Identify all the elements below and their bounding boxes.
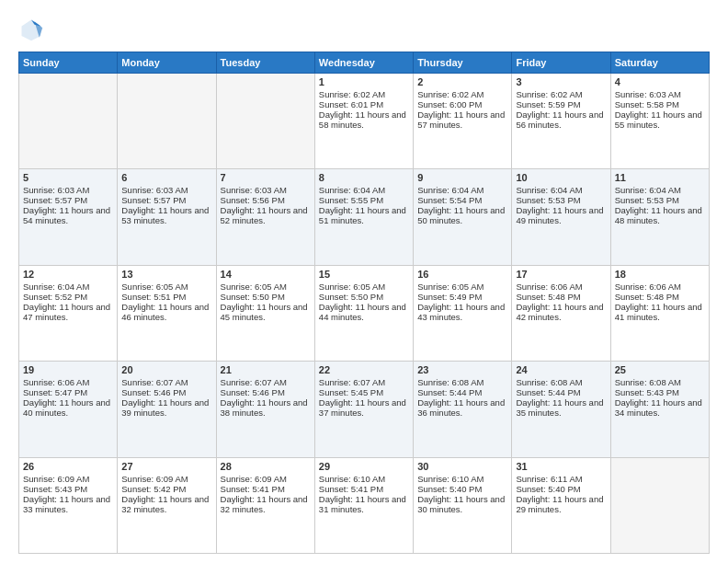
sunset-text: Sunset: 5:51 PM xyxy=(121,292,211,302)
sunrise-text: Sunrise: 6:04 AM xyxy=(615,185,705,195)
calendar-cell: 27Sunrise: 6:09 AMSunset: 5:42 PMDayligh… xyxy=(118,457,216,553)
daylight-text: Daylight: 11 hours and 57 minutes. xyxy=(417,109,507,130)
sunset-text: Sunset: 5:41 PM xyxy=(221,484,311,494)
calendar-header-tuesday: Tuesday xyxy=(216,52,314,74)
day-number: 16 xyxy=(417,269,507,280)
sunset-text: Sunset: 5:41 PM xyxy=(319,484,409,494)
day-number: 27 xyxy=(121,461,211,472)
calendar-week-4: 19Sunrise: 6:06 AMSunset: 5:47 PMDayligh… xyxy=(19,362,710,457)
calendar-cell xyxy=(610,457,709,553)
calendar-header-saturday: Saturday xyxy=(610,52,709,74)
daylight-text: Daylight: 11 hours and 47 minutes. xyxy=(23,302,113,322)
calendar-week-2: 5Sunrise: 6:03 AMSunset: 5:57 PMDaylight… xyxy=(19,169,710,265)
day-number: 19 xyxy=(23,364,113,375)
calendar-header-monday: Monday xyxy=(118,52,216,74)
daylight-text: Daylight: 11 hours and 44 minutes. xyxy=(319,302,409,322)
day-number: 6 xyxy=(121,172,211,183)
day-number: 29 xyxy=(319,461,409,472)
daylight-text: Daylight: 11 hours and 45 minutes. xyxy=(221,302,311,322)
calendar-cell: 31Sunrise: 6:11 AMSunset: 5:40 PMDayligh… xyxy=(512,457,610,553)
calendar-cell: 22Sunrise: 6:07 AMSunset: 5:45 PMDayligh… xyxy=(314,362,413,457)
calendar-cell: 5Sunrise: 6:03 AMSunset: 5:57 PMDaylight… xyxy=(19,169,118,265)
day-number: 14 xyxy=(221,269,311,280)
daylight-text: Daylight: 11 hours and 46 minutes. xyxy=(121,302,211,322)
calendar-header-sunday: Sunday xyxy=(19,52,118,74)
calendar-header-thursday: Thursday xyxy=(414,52,512,74)
day-number: 22 xyxy=(319,364,409,375)
sunrise-text: Sunrise: 6:08 AM xyxy=(417,377,507,387)
daylight-text: Daylight: 11 hours and 51 minutes. xyxy=(319,205,409,225)
calendar-cell: 29Sunrise: 6:10 AMSunset: 5:41 PMDayligh… xyxy=(314,457,413,553)
daylight-text: Daylight: 11 hours and 58 minutes. xyxy=(319,109,409,130)
sunset-text: Sunset: 5:40 PM xyxy=(516,484,606,494)
daylight-text: Daylight: 11 hours and 56 minutes. xyxy=(516,109,606,130)
sunset-text: Sunset: 5:59 PM xyxy=(516,99,606,109)
sunrise-text: Sunrise: 6:02 AM xyxy=(417,89,507,99)
sunrise-text: Sunrise: 6:04 AM xyxy=(516,185,606,195)
daylight-text: Daylight: 11 hours and 29 minutes. xyxy=(516,494,606,514)
sunset-text: Sunset: 5:50 PM xyxy=(221,292,311,302)
sunset-text: Sunset: 5:44 PM xyxy=(516,387,606,397)
sunset-text: Sunset: 5:52 PM xyxy=(23,292,113,302)
sunset-text: Sunset: 5:43 PM xyxy=(23,484,113,494)
day-number: 15 xyxy=(319,269,409,280)
daylight-text: Daylight: 11 hours and 32 minutes. xyxy=(121,494,211,514)
daylight-text: Daylight: 11 hours and 54 minutes. xyxy=(23,205,113,225)
calendar-cell: 12Sunrise: 6:04 AMSunset: 5:52 PMDayligh… xyxy=(19,265,118,361)
sunrise-text: Sunrise: 6:07 AM xyxy=(319,377,409,387)
calendar-cell: 14Sunrise: 6:05 AMSunset: 5:50 PMDayligh… xyxy=(216,265,314,361)
sunrise-text: Sunrise: 6:09 AM xyxy=(23,474,113,484)
calendar-cell: 8Sunrise: 6:04 AMSunset: 5:55 PMDaylight… xyxy=(314,169,413,265)
daylight-text: Daylight: 11 hours and 32 minutes. xyxy=(221,494,311,514)
day-number: 8 xyxy=(319,172,409,183)
calendar-cell: 7Sunrise: 6:03 AMSunset: 5:56 PMDaylight… xyxy=(216,169,314,265)
sunset-text: Sunset: 5:53 PM xyxy=(516,195,606,205)
calendar-cell: 25Sunrise: 6:08 AMSunset: 5:43 PMDayligh… xyxy=(610,362,709,457)
sunrise-text: Sunrise: 6:10 AM xyxy=(319,474,409,484)
sunrise-text: Sunrise: 6:04 AM xyxy=(23,282,113,292)
sunrise-text: Sunrise: 6:08 AM xyxy=(516,377,606,387)
calendar-cell: 24Sunrise: 6:08 AMSunset: 5:44 PMDayligh… xyxy=(512,362,610,457)
calendar-cell: 23Sunrise: 6:08 AMSunset: 5:44 PMDayligh… xyxy=(414,362,512,457)
calendar-header-row: SundayMondayTuesdayWednesdayThursdayFrid… xyxy=(19,52,710,74)
sunset-text: Sunset: 5:48 PM xyxy=(516,292,606,302)
calendar-cell xyxy=(216,74,314,169)
sunrise-text: Sunrise: 6:03 AM xyxy=(121,185,211,195)
sunset-text: Sunset: 5:46 PM xyxy=(221,387,311,397)
daylight-text: Daylight: 11 hours and 42 minutes. xyxy=(516,302,606,322)
sunset-text: Sunset: 5:57 PM xyxy=(23,195,113,205)
sunrise-text: Sunrise: 6:06 AM xyxy=(615,282,705,292)
daylight-text: Daylight: 11 hours and 49 minutes. xyxy=(516,205,606,225)
day-number: 17 xyxy=(516,269,606,280)
calendar-cell: 6Sunrise: 6:03 AMSunset: 5:57 PMDaylight… xyxy=(118,169,216,265)
calendar-cell: 19Sunrise: 6:06 AMSunset: 5:47 PMDayligh… xyxy=(19,362,118,457)
daylight-text: Daylight: 11 hours and 33 minutes. xyxy=(23,494,113,514)
calendar-cell: 17Sunrise: 6:06 AMSunset: 5:48 PMDayligh… xyxy=(512,265,610,361)
sunrise-text: Sunrise: 6:11 AM xyxy=(516,474,606,484)
sunrise-text: Sunrise: 6:06 AM xyxy=(23,377,113,387)
calendar-week-1: 1Sunrise: 6:02 AMSunset: 6:01 PMDaylight… xyxy=(19,74,710,169)
daylight-text: Daylight: 11 hours and 41 minutes. xyxy=(615,302,705,322)
calendar-cell: 13Sunrise: 6:05 AMSunset: 5:51 PMDayligh… xyxy=(118,265,216,361)
daylight-text: Daylight: 11 hours and 53 minutes. xyxy=(121,205,211,225)
day-number: 3 xyxy=(516,76,606,87)
day-number: 7 xyxy=(221,172,311,183)
day-number: 18 xyxy=(615,269,705,280)
sunset-text: Sunset: 5:46 PM xyxy=(121,387,211,397)
sunrise-text: Sunrise: 6:04 AM xyxy=(417,185,507,195)
sunrise-text: Sunrise: 6:04 AM xyxy=(319,185,409,195)
daylight-text: Daylight: 11 hours and 35 minutes. xyxy=(516,397,606,418)
daylight-text: Daylight: 11 hours and 48 minutes. xyxy=(615,205,705,225)
day-number: 23 xyxy=(417,364,507,375)
daylight-text: Daylight: 11 hours and 31 minutes. xyxy=(319,494,409,514)
sunset-text: Sunset: 6:00 PM xyxy=(417,99,507,109)
sunrise-text: Sunrise: 6:08 AM xyxy=(615,377,705,387)
daylight-text: Daylight: 11 hours and 55 minutes. xyxy=(615,109,705,130)
day-number: 28 xyxy=(221,461,311,472)
sunset-text: Sunset: 5:48 PM xyxy=(615,292,705,302)
sunrise-text: Sunrise: 6:03 AM xyxy=(615,89,705,99)
daylight-text: Daylight: 11 hours and 30 minutes. xyxy=(417,494,507,514)
calendar-week-3: 12Sunrise: 6:04 AMSunset: 5:52 PMDayligh… xyxy=(19,265,710,361)
calendar-cell: 10Sunrise: 6:04 AMSunset: 5:53 PMDayligh… xyxy=(512,169,610,265)
page: SundayMondayTuesdayWednesdayThursdayFrid… xyxy=(0,0,728,563)
